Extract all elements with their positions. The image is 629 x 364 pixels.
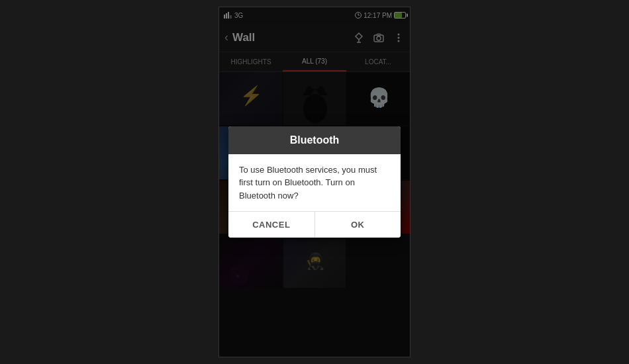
phone-frame: 3G 12:17 PM ‹ Wall bbox=[218, 7, 411, 357]
cancel-button[interactable]: CANCEL bbox=[228, 212, 315, 238]
dialog-overlay: Bluetooth To use Bluetooth services, you… bbox=[219, 7, 410, 357]
dialog-body: To use Bluetooth services, you must firs… bbox=[228, 154, 401, 212]
bluetooth-dialog: Bluetooth To use Bluetooth services, you… bbox=[228, 126, 401, 238]
dialog-buttons: CANCEL OK bbox=[228, 211, 401, 238]
dialog-title: Bluetooth bbox=[228, 126, 401, 154]
ok-button[interactable]: OK bbox=[315, 212, 401, 238]
